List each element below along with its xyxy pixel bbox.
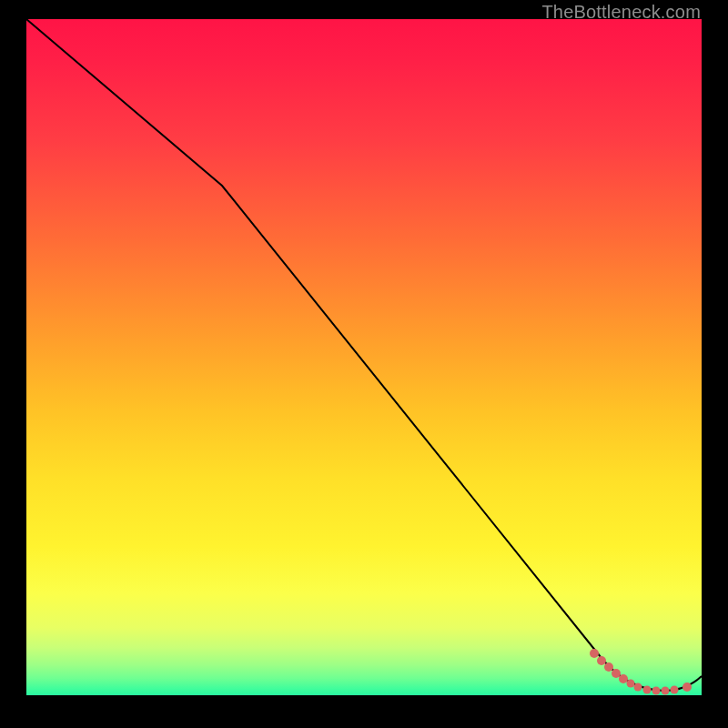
highlight-dot bbox=[662, 687, 670, 695]
curve-line bbox=[26, 19, 702, 691]
highlight-dot bbox=[627, 680, 635, 688]
highlight-dot bbox=[619, 674, 628, 683]
highlight-dot bbox=[643, 686, 652, 694]
highlight-dot bbox=[597, 656, 606, 665]
plot-overlay bbox=[26, 19, 702, 695]
highlight-dot bbox=[682, 682, 692, 692]
highlight-dot bbox=[652, 687, 661, 695]
marker-group bbox=[590, 649, 692, 695]
highlight-dot bbox=[612, 669, 621, 678]
highlight-dot bbox=[604, 662, 613, 672]
highlight-dot bbox=[634, 683, 642, 692]
highlight-dot bbox=[671, 686, 679, 694]
chart-stage: TheBottleneck.com bbox=[0, 0, 728, 728]
highlight-dot bbox=[590, 649, 599, 658]
